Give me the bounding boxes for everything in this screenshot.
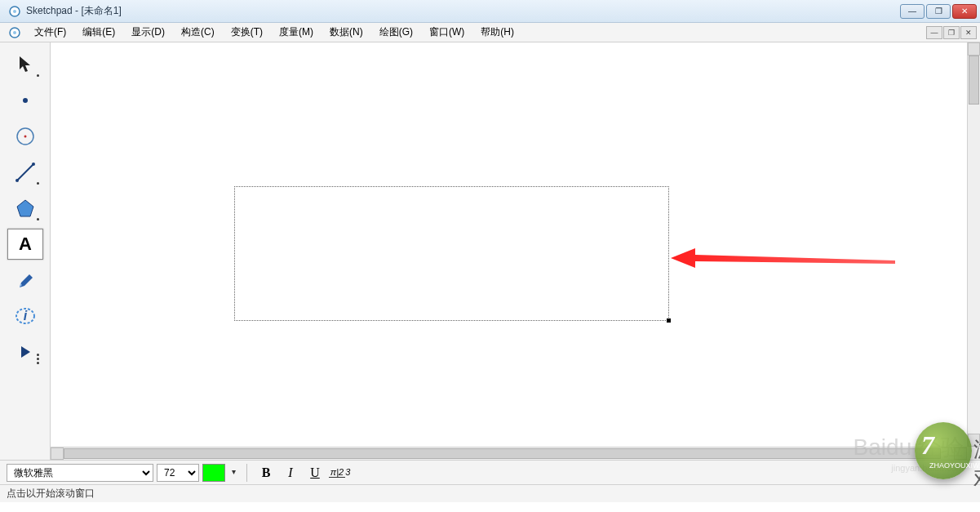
text-selection-box[interactable]: [234, 186, 669, 321]
app-icon: [8, 5, 21, 18]
tool-text[interactable]: A: [7, 229, 43, 260]
window-controls: — ❐ ✕: [900, 4, 977, 19]
text-color-picker[interactable]: [202, 464, 225, 482]
menu-data[interactable]: 数据(N): [321, 23, 371, 42]
tool-compass[interactable]: [7, 121, 43, 152]
mdi-close-button[interactable]: ✕: [960, 26, 977, 39]
menu-measure[interactable]: 度量(M): [271, 23, 321, 42]
close-button[interactable]: ✕: [952, 4, 977, 19]
mdi-restore-button[interactable]: ❐: [943, 26, 960, 39]
menubar: 文件(F) 编辑(E) 显示(D) 构造(C) 变换(T) 度量(M) 数据(N…: [0, 23, 980, 42]
menu-file[interactable]: 文件(F): [26, 23, 74, 42]
doc-icon: [8, 26, 21, 39]
tool-selection-arrow[interactable]: [7, 49, 43, 80]
horizontal-scrollbar[interactable]: [51, 447, 967, 460]
tool-polygon[interactable]: [7, 193, 43, 224]
tool-marker[interactable]: [7, 265, 43, 296]
text-format-toolbar: 微软雅黑 72 B I U π|2 3: [0, 460, 980, 484]
menu-edit[interactable]: 编辑(E): [74, 23, 123, 42]
tool-straightedge[interactable]: [7, 157, 43, 188]
scroll-up-button[interactable]: [968, 42, 980, 56]
svg-text:i: i: [23, 309, 27, 323]
svg-marker-10: [17, 200, 33, 216]
resize-handle[interactable]: [667, 318, 671, 323]
scroll-left-button[interactable]: [51, 447, 64, 460]
statusbar: 点击以开始滚动窗口: [0, 484, 980, 502]
tool-submenu-indicator: [37, 218, 39, 220]
menu-graph[interactable]: 绘图(G): [371, 23, 421, 42]
math-fraction-button[interactable]: π|2 3: [329, 463, 350, 483]
maximize-button[interactable]: ❐: [926, 4, 951, 19]
hscroll-thumb[interactable]: [64, 448, 941, 459]
vertical-scrollbar[interactable]: [967, 42, 980, 447]
tool-information[interactable]: i: [7, 301, 43, 332]
tool-submenu-indicator: [37, 74, 39, 77]
vscroll-thumb[interactable]: [969, 56, 979, 105]
canvas-area: [51, 42, 980, 460]
svg-point-4: [23, 98, 28, 103]
tool-submenu-indicator: [37, 182, 39, 185]
scroll-down-button[interactable]: [968, 434, 980, 447]
annotation-arrow: [671, 243, 899, 278]
font-family-select[interactable]: 微软雅黑: [7, 464, 153, 482]
svg-point-8: [16, 179, 19, 182]
italic-button[interactable]: I: [280, 463, 301, 483]
svg-point-9: [32, 163, 35, 166]
menu-window[interactable]: 窗口(W): [421, 23, 472, 42]
tool-submenu-indicator: [37, 354, 39, 364]
toolbox: A i: [0, 42, 51, 460]
mdi-controls: — ❐ ✕: [926, 26, 980, 39]
status-text: 点击以开始滚动窗口: [7, 487, 95, 501]
tool-custom[interactable]: [7, 336, 43, 367]
menu-display[interactable]: 显示(D): [123, 23, 173, 42]
svg-point-1: [13, 10, 16, 13]
app-name: Sketchpad: [26, 5, 73, 16]
document-name: [未命名1]: [81, 5, 121, 16]
client-area: A i: [0, 42, 980, 460]
svg-point-6: [24, 136, 26, 138]
bold-button[interactable]: B: [255, 463, 277, 483]
menu-transform[interactable]: 变换(T): [223, 23, 271, 42]
titlebar: Sketchpad - [未命名1] — ❐ ✕: [0, 0, 980, 23]
tool-point[interactable]: [7, 85, 43, 116]
sketch-canvas[interactable]: [51, 42, 967, 447]
svg-text:A: A: [19, 234, 32, 254]
scroll-corner: [967, 447, 980, 460]
scroll-right-button[interactable]: [954, 447, 967, 460]
underline-button[interactable]: U: [304, 463, 326, 483]
minimize-button[interactable]: —: [900, 4, 925, 19]
mdi-minimize-button[interactable]: —: [926, 26, 942, 39]
separator: [246, 464, 247, 482]
window-title: Sketchpad - [未命名1]: [26, 4, 122, 18]
svg-point-3: [13, 31, 16, 34]
menu-construct[interactable]: 构造(C): [173, 23, 223, 42]
menu-help[interactable]: 帮助(H): [472, 23, 522, 42]
svg-line-7: [17, 164, 33, 180]
font-size-select[interactable]: 72: [157, 464, 199, 482]
svg-marker-14: [671, 248, 895, 268]
